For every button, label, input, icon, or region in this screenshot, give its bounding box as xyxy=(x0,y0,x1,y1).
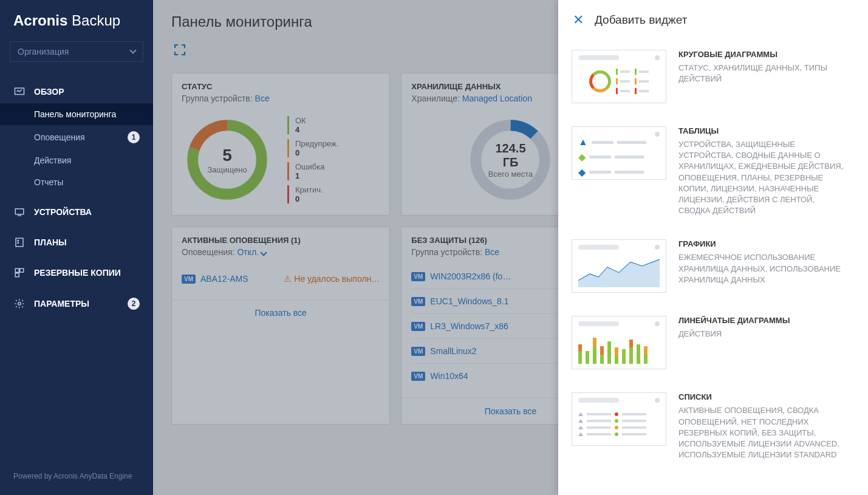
widget-option-pie[interactable]: КРУГОВЫЕ ДИАГРАММЫСТАТУС, ХРАНИЛИЩЕ ДАНН… xyxy=(558,40,864,117)
thumb-list-icon xyxy=(572,392,666,446)
dashboard-icon xyxy=(13,86,26,97)
app-logo: Acronis Backup xyxy=(0,0,153,41)
nav-item-dashboard[interactable]: Панель мониторинга xyxy=(0,103,153,125)
svg-rect-1 xyxy=(15,209,24,214)
panel-title: Добавить виджет xyxy=(595,13,687,27)
nav-item-actions[interactable]: Действия xyxy=(0,149,153,171)
thumb-pie-icon xyxy=(572,50,666,103)
gear-icon xyxy=(13,298,26,309)
svg-point-8 xyxy=(18,302,21,306)
add-widget-panel: ✕ Добавить виджет КРУГОВЫЕ ДИАГРАММЫСТАТ… xyxy=(558,0,868,495)
plans-icon xyxy=(13,237,26,248)
panel-body[interactable]: КРУГОВЫЕ ДИАГРАММЫСТАТУС, ХРАНИЛИЩЕ ДАНН… xyxy=(558,40,868,495)
nav-section-devices[interactable]: УСТРОЙСТВА xyxy=(0,200,153,224)
thumb-bars-icon xyxy=(572,316,666,369)
svg-point-4 xyxy=(18,242,19,244)
svg-rect-5 xyxy=(15,268,19,272)
svg-rect-6 xyxy=(20,268,24,272)
widget-option-list[interactable]: СПИСКИАКТИВНЫЕ ОПОВЕЩЕНИЯ, СВОДКА ОПОВЕЩ… xyxy=(558,383,864,474)
thumb-table-icon: ▲ ◆ ◆ xyxy=(572,126,666,180)
sidebar-footer: Powered by Acronis AnyData Engine xyxy=(0,462,153,495)
svg-rect-7 xyxy=(15,273,19,277)
nav-section-backups[interactable]: РЕЗЕРВНЫЕ КОПИИ xyxy=(0,261,153,284)
chevron-down-icon xyxy=(129,47,136,53)
devices-icon xyxy=(13,207,26,217)
close-icon[interactable]: ✕ xyxy=(573,12,584,28)
svg-point-3 xyxy=(18,240,19,241)
org-selector[interactable]: Организация xyxy=(10,41,143,62)
widget-option-table[interactable]: ▲ ◆ ◆ ТАБЛИЦЫУСТРОЙСТВА, ЗАЩИЩЕННЫЕ УСТР… xyxy=(558,117,864,230)
nav-section-overview[interactable]: ОБЗОР xyxy=(0,80,153,103)
backups-icon xyxy=(13,267,26,278)
svg-rect-2 xyxy=(16,238,23,247)
nav-section-plans[interactable]: ПЛАНЫ xyxy=(0,231,153,254)
widget-option-chart[interactable]: ГРАФИКИЕЖЕМЕСЯЧНОЕ ИСПОЛЬЗОВАНИЕ ХРАНИЛИ… xyxy=(558,230,864,306)
widget-option-bars[interactable]: ЛИНЕЙЧАТЫЕ ДИАГРАММЫДЕЙСТВИЯ xyxy=(558,306,864,383)
thumb-chart-icon xyxy=(572,239,666,293)
nav-item-alerts[interactable]: Оповещения1 xyxy=(0,125,153,149)
nav-section-settings[interactable]: ПАРАМЕТРЫ 2 xyxy=(0,292,153,316)
sidebar: Acronis Backup Организация ОБЗОР Панель … xyxy=(0,0,153,495)
nav-item-reports[interactable]: Отчеты xyxy=(0,171,153,193)
